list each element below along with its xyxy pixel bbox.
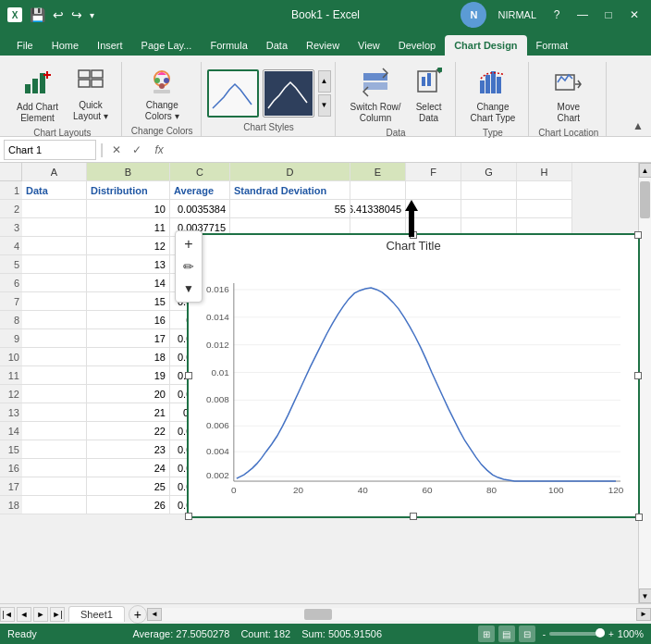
collapse-ribbon-btn[interactable]: ▲ xyxy=(629,116,647,136)
close-btn[interactable]: ✕ xyxy=(625,6,644,24)
chart-style-1[interactable] xyxy=(207,69,259,118)
scroll-thumb[interactable] xyxy=(640,181,650,218)
cell-g1[interactable] xyxy=(461,181,517,200)
cell-b12[interactable]: 20 xyxy=(87,385,170,403)
cell-b18[interactable]: 26 xyxy=(87,496,170,514)
cell-a15[interactable] xyxy=(22,440,87,459)
col-header-e[interactable]: E xyxy=(350,163,406,181)
cell-d1[interactable]: Standrad Deviation xyxy=(230,181,350,200)
chart-scroll-up-btn[interactable]: ▲ xyxy=(318,70,331,93)
col-header-h[interactable]: H xyxy=(517,163,572,181)
chart-styles-btn[interactable]: ✏ xyxy=(178,256,199,277)
cell-d2[interactable]: 55 xyxy=(230,200,350,218)
maximize-btn[interactable]: □ xyxy=(599,6,618,24)
scroll-down-btn[interactable]: ▼ xyxy=(639,588,652,603)
cell-h1[interactable] xyxy=(517,181,572,200)
cell-a1[interactable]: Data xyxy=(22,181,87,200)
cell-c2[interactable]: 0.0035384 xyxy=(170,200,230,218)
tab-page-layout[interactable]: Page Lay... xyxy=(132,35,202,56)
cell-b16[interactable]: 24 xyxy=(87,459,170,477)
fx-btn[interactable]: fx xyxy=(150,141,168,159)
cell-a3[interactable] xyxy=(22,218,87,237)
cell-a10[interactable] xyxy=(22,348,87,366)
tab-insert[interactable]: Insert xyxy=(88,35,132,56)
sheet-nav-last-btn[interactable]: ►| xyxy=(50,607,65,622)
add-sheet-btn[interactable]: + xyxy=(129,605,147,624)
switch-row-column-btn[interactable]: Switch Row/Column xyxy=(345,64,407,128)
cell-a4[interactable] xyxy=(22,237,87,255)
cell-a16[interactable] xyxy=(22,459,87,477)
chart-handle-bottom[interactable] xyxy=(410,513,417,520)
cell-a17[interactable] xyxy=(22,477,87,496)
cell-h2[interactable] xyxy=(517,200,572,218)
cell-b5[interactable]: 13 xyxy=(87,255,170,274)
change-colors-btn[interactable]: ChangeColors ▾ xyxy=(140,64,185,126)
chart-handle-bl[interactable] xyxy=(185,513,192,520)
cell-b8[interactable]: 16 xyxy=(87,311,170,329)
chart-style-2[interactable] xyxy=(263,69,314,118)
sheet-tab-sheet1[interactable]: Sheet1 xyxy=(68,606,125,622)
move-chart-btn[interactable]: MoveChart xyxy=(549,64,588,128)
user-avatar[interactable]: N xyxy=(461,2,486,28)
cancel-formula-btn[interactable]: ✕ xyxy=(107,141,126,159)
col-header-b[interactable]: B xyxy=(87,163,170,181)
name-box[interactable] xyxy=(4,140,96,160)
scroll-track[interactable] xyxy=(639,178,651,588)
cell-e1[interactable] xyxy=(350,181,406,200)
cell-a12[interactable] xyxy=(22,385,87,403)
cell-b17[interactable]: 25 xyxy=(87,477,170,496)
cell-g2[interactable] xyxy=(461,200,517,218)
chart-handle-left[interactable] xyxy=(185,372,192,379)
h-scroll-track[interactable] xyxy=(162,608,636,621)
h-scroll-right-btn[interactable]: ► xyxy=(636,608,651,621)
zoom-plus-btn[interactable]: + xyxy=(608,629,614,639)
cell-f1[interactable] xyxy=(406,181,461,200)
cell-a5[interactable] xyxy=(22,255,87,274)
cell-a7[interactable] xyxy=(22,292,87,311)
page-layout-btn[interactable]: ▤ xyxy=(498,625,515,642)
chart-handle-tr[interactable] xyxy=(634,231,642,239)
col-header-d[interactable]: D xyxy=(230,163,350,181)
help-btn[interactable]: ? xyxy=(547,6,566,24)
sheet-nav-prev-btn[interactable]: ◄ xyxy=(17,607,31,622)
sheet-nav-first-btn[interactable]: |◄ xyxy=(0,607,15,622)
cell-b9[interactable]: 17 xyxy=(87,329,170,348)
tab-data[interactable]: Data xyxy=(257,35,297,56)
h-scroll-thumb[interactable] xyxy=(304,609,332,620)
select-data-btn[interactable]: SelectData xyxy=(411,64,448,128)
cell-a11[interactable] xyxy=(22,366,87,385)
zoom-track[interactable] xyxy=(549,632,605,636)
add-chart-element-btn[interactable]: Add ChartElement xyxy=(11,64,64,128)
cell-a6[interactable] xyxy=(22,274,87,292)
col-header-f[interactable]: F xyxy=(406,163,461,181)
cell-b2[interactable]: 10 xyxy=(87,200,170,218)
tab-format[interactable]: Format xyxy=(527,35,578,56)
col-header-a[interactable]: A xyxy=(22,163,87,181)
cell-b1[interactable]: Distribution xyxy=(87,181,170,200)
col-header-g[interactable]: G xyxy=(461,163,517,181)
tab-review[interactable]: Review xyxy=(297,35,349,56)
scroll-up-btn[interactable]: ▲ xyxy=(639,163,652,178)
cell-a9[interactable] xyxy=(22,329,87,348)
qa-dropdown-btn[interactable]: ▾ xyxy=(88,8,96,22)
undo-qa-btn[interactable]: ↩ xyxy=(51,6,66,24)
chart-overlay[interactable]: Chart Title 0.016 0.014 0.012 0.01 0.008 xyxy=(187,233,640,518)
cell-c1[interactable]: Average xyxy=(170,181,230,200)
quick-layout-btn[interactable]: QuickLayout ▾ xyxy=(68,66,114,126)
normal-view-btn[interactable]: ⊞ xyxy=(478,625,495,642)
tab-develop[interactable]: Develop xyxy=(389,35,445,56)
cell-b11[interactable]: 19 xyxy=(87,366,170,385)
col-header-c[interactable]: C xyxy=(170,163,230,181)
cell-b10[interactable]: 18 xyxy=(87,348,170,366)
confirm-formula-btn[interactable]: ✓ xyxy=(128,141,146,159)
tab-home[interactable]: Home xyxy=(43,35,88,56)
h-scroll-left-btn[interactable]: ◄ xyxy=(147,608,162,621)
cell-b6[interactable]: 14 xyxy=(87,274,170,292)
cell-a8[interactable] xyxy=(22,311,87,329)
cell-b14[interactable]: 22 xyxy=(87,422,170,440)
redo-qa-btn[interactable]: ↪ xyxy=(69,6,84,24)
tab-formula[interactable]: Formula xyxy=(201,35,256,56)
cell-a14[interactable] xyxy=(22,422,87,440)
tab-file[interactable]: File xyxy=(7,35,43,56)
chart-scroll-down-btn[interactable]: ▼ xyxy=(318,94,331,117)
